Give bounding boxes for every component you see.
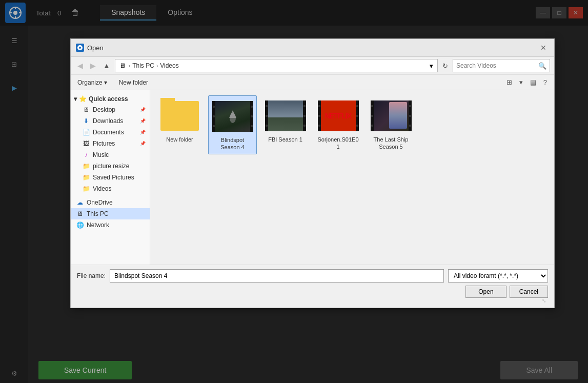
quick-access-label: Quick access bbox=[89, 95, 128, 103]
path-thispc[interactable]: This PC bbox=[132, 62, 154, 69]
view-preview-button[interactable]: ▤ bbox=[527, 77, 539, 88]
saved-pictures-icon: 📁 bbox=[82, 173, 90, 182]
documents-icon: 📄 bbox=[82, 128, 90, 136]
saved-pictures-label: Saved Pictures bbox=[93, 174, 146, 181]
nav-pane: ▾ ⭐ Quick access 🖥 Desktop 📌 ⬇ Downloads… bbox=[71, 90, 150, 265]
dialog-toolbar: ◀ ▶ ▲ 🖥 › This PC › Videos ▾ ↻ 🔍 bbox=[71, 57, 554, 75]
quick-access-chevron: ▾ bbox=[74, 95, 77, 103]
blindspot-label: Blindspot Season 4 bbox=[211, 136, 254, 151]
dialog-bottom: File name: All video foramt (*.*, *.*) O… bbox=[71, 265, 554, 308]
documents-label: Documents bbox=[93, 129, 136, 136]
dialog-icon bbox=[76, 44, 84, 52]
sidebar-item-desktop[interactable]: 🖥 Desktop 📌 bbox=[71, 104, 150, 115]
resize-handle[interactable]: ⤡ bbox=[77, 298, 548, 304]
sidebar-item-pictures[interactable]: 🖼 Pictures 📌 bbox=[71, 138, 150, 149]
file-type-select[interactable]: All video foramt (*.*, *.*) bbox=[448, 269, 548, 283]
sidebar-item-network[interactable]: 🌐 Network bbox=[71, 219, 150, 231]
file-name-label: File name: bbox=[77, 272, 106, 279]
thispc-icon: 🖥 bbox=[76, 210, 84, 218]
sidebar-item-videos[interactable]: 📁 Videos bbox=[71, 183, 150, 194]
picture-resize-label: picture resize bbox=[93, 163, 146, 170]
dialog-close-button[interactable]: ✕ bbox=[538, 42, 549, 53]
onedrive-label: OneDrive bbox=[87, 199, 146, 206]
lastship-label: The Last Ship Season 5 bbox=[369, 136, 413, 151]
sidebar-item-thispc[interactable]: 🖥 This PC bbox=[71, 208, 150, 219]
path-bar: 🖥 › This PC › Videos ▾ bbox=[115, 59, 438, 72]
pictures-label: Pictures bbox=[93, 140, 136, 147]
svg-marker-9 bbox=[229, 110, 236, 118]
forward-button[interactable]: ▶ bbox=[88, 60, 98, 71]
open-button[interactable]: Open bbox=[465, 286, 506, 298]
sidebar-item-picture-resize[interactable]: 📁 picture resize bbox=[71, 160, 150, 172]
network-label: Network bbox=[87, 221, 146, 229]
sidebar-item-documents[interactable]: 📄 Documents 📌 bbox=[71, 127, 150, 138]
svg-point-7 bbox=[79, 47, 81, 49]
search-input[interactable] bbox=[456, 62, 536, 69]
pictures-icon: 🖼 bbox=[82, 139, 90, 148]
path-dropdown-button[interactable]: ▾ bbox=[429, 61, 434, 71]
dialog-actions-bar: Organize ▾ New folder ⊞ ▾ ▤ ? bbox=[71, 75, 554, 90]
sidebar-item-music[interactable]: ♪ Music bbox=[71, 149, 150, 160]
file-item-blindspot[interactable]: Blindspot Season 4 bbox=[208, 95, 257, 154]
file-item-sorjonen[interactable]: NETFLIX Sorjonen.S01E01 bbox=[314, 95, 362, 154]
cancel-button[interactable]: Cancel bbox=[510, 286, 548, 298]
folder-thumb bbox=[159, 98, 200, 134]
sorjonen-thumb: NETFLIX bbox=[318, 98, 359, 134]
view-dropdown-button[interactable]: ▾ bbox=[516, 77, 526, 88]
dialog-titlebar: Open ✕ bbox=[71, 39, 554, 57]
sidebar-item-downloads[interactable]: ⬇ Downloads 📌 bbox=[71, 115, 150, 127]
lastship-thumb bbox=[371, 98, 412, 134]
music-label: Music bbox=[93, 151, 146, 158]
sorjonen-label: Sorjonen.S01E01 bbox=[316, 136, 360, 151]
fbi-thumb bbox=[265, 98, 306, 134]
open-dialog: Open ✕ ◀ ▶ ▲ 🖥 › This PC › Videos ▾ ↻ 🔍 … bbox=[70, 38, 555, 308]
pc-icon: 🖥 bbox=[118, 62, 127, 70]
file-name-row: File name: All video foramt (*.*, *.*) bbox=[77, 269, 548, 283]
file-name-input[interactable] bbox=[110, 269, 444, 283]
search-icon: 🔍 bbox=[538, 62, 546, 70]
organize-label: Organize bbox=[77, 79, 103, 86]
quick-access-header[interactable]: ▾ ⭐ Quick access bbox=[71, 93, 150, 104]
new-folder-label: New folder bbox=[166, 136, 193, 143]
files-pane: New folder bbox=[150, 90, 554, 265]
desktop-icon: 🖥 bbox=[82, 106, 90, 114]
videos-folder-icon: 📁 bbox=[82, 185, 90, 193]
downloads-icon: ⬇ bbox=[82, 117, 90, 125]
sidebar-item-saved-pictures[interactable]: 📁 Saved Pictures bbox=[71, 172, 150, 183]
view-help-button[interactable]: ? bbox=[540, 77, 550, 88]
blindspot-thumb bbox=[212, 98, 253, 134]
videos-label: Videos bbox=[93, 185, 146, 192]
dialog-body: ▾ ⭐ Quick access 🖥 Desktop 📌 ⬇ Downloads… bbox=[71, 90, 554, 265]
sidebar-item-onedrive[interactable]: ☁ OneDrive bbox=[71, 197, 150, 208]
refresh-button[interactable]: ↻ bbox=[440, 61, 451, 71]
organize-button[interactable]: Organize ▾ bbox=[75, 77, 110, 88]
file-item-lastship[interactable]: The Last Ship Season 5 bbox=[367, 95, 415, 154]
network-icon: 🌐 bbox=[76, 221, 84, 229]
music-icon: ♪ bbox=[82, 151, 90, 159]
desktop-label: Desktop bbox=[93, 106, 136, 113]
dialog-title: Open bbox=[87, 44, 535, 52]
back-button[interactable]: ◀ bbox=[75, 60, 86, 71]
folder-yellow-icon: 📁 bbox=[82, 162, 90, 170]
new-folder-button[interactable]: New folder bbox=[115, 77, 152, 88]
up-button[interactable]: ▲ bbox=[100, 60, 113, 71]
view-buttons: ⊞ ▾ ▤ ? bbox=[503, 77, 550, 88]
fbi-label: FBI Season 1 bbox=[268, 136, 302, 143]
view-icons-button[interactable]: ⊞ bbox=[503, 77, 515, 88]
search-box: 🔍 bbox=[453, 59, 550, 72]
dialog-buttons: Open Cancel bbox=[77, 286, 548, 298]
path-videos[interactable]: Videos bbox=[160, 62, 178, 69]
file-item-new-folder[interactable]: New folder bbox=[155, 95, 204, 154]
quick-access-icon: ⭐ bbox=[79, 95, 87, 103]
downloads-label: Downloads bbox=[93, 117, 136, 125]
onedrive-icon: ☁ bbox=[76, 198, 84, 207]
file-item-fbi[interactable]: FBI Season 1 bbox=[261, 95, 310, 154]
organize-chevron: ▾ bbox=[104, 79, 107, 86]
thispc-label: This PC bbox=[87, 210, 146, 217]
